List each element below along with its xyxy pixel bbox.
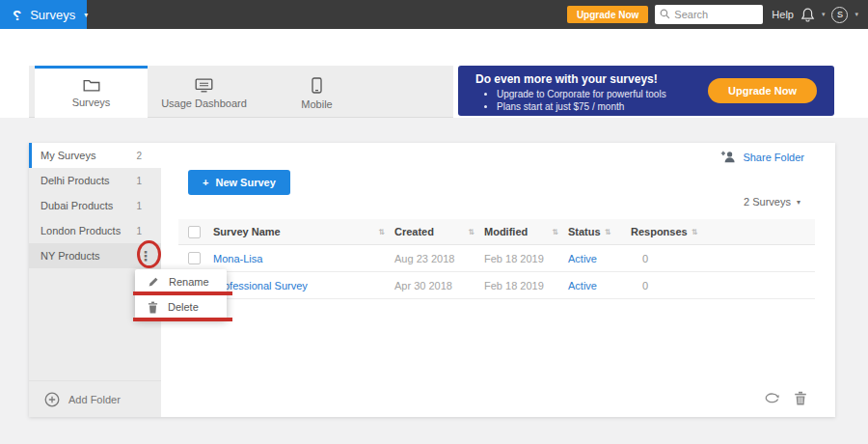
chevron-down-icon: ▾ <box>84 11 88 19</box>
created-cell: Aug 23 2018 <box>394 253 484 264</box>
new-survey-label: New Survey <box>215 177 275 188</box>
menu-item-delete[interactable]: Delete <box>135 294 227 319</box>
survey-name-link[interactable]: Professional Survey <box>213 280 394 291</box>
row-checkbox[interactable] <box>188 252 201 264</box>
created-cell: Apr 30 2018 <box>394 280 484 291</box>
trash-icon <box>148 301 158 314</box>
search-icon <box>660 9 670 19</box>
tab-label: Mobile <box>301 98 332 110</box>
chevron-down-icon[interactable]: ▾ <box>854 11 858 18</box>
share-folder-icon <box>720 151 736 163</box>
proprofs-logo-icon: ? <box>13 7 21 23</box>
status-cell[interactable]: Active <box>568 280 618 291</box>
folder-label: Dubai Products <box>41 200 113 211</box>
rename-label: Rename <box>169 276 209 288</box>
trash-icon[interactable] <box>794 391 807 405</box>
tab-label: Surveys <box>72 97 111 108</box>
chevron-down-icon: ▾ <box>797 198 800 207</box>
select-all-checkbox[interactable] <box>188 226 201 238</box>
restore-icon[interactable] <box>764 392 780 404</box>
sidebar-item-my-surveys[interactable]: My Surveys 2 <box>29 143 161 168</box>
tab-usage-dashboard[interactable]: Usage Dashboard <box>148 66 260 118</box>
tab-strip: Surveys Usage Dashboard Mobile <box>29 66 453 118</box>
sort-icon[interactable]: ⇅ <box>378 228 385 236</box>
plus-circle-icon <box>44 392 60 407</box>
table-row: Mona-Lisa Aug 23 2018 Feb 18 2019 Active… <box>178 245 815 272</box>
header-responses[interactable]: Responses ⇅ <box>618 226 672 237</box>
modified-cell: Feb 18 2019 <box>484 253 568 264</box>
header-survey-name[interactable]: Survey Name ⇅ <box>213 226 394 237</box>
banner-bullet: Plans start at just $75 / month <box>497 100 666 113</box>
folder-label: London Products <box>41 225 121 236</box>
header-created[interactable]: Created ⇅ <box>394 226 484 237</box>
kebab-menu-icon[interactable]: ⋮ <box>139 247 152 264</box>
menu-item-rename[interactable]: Rename <box>135 269 227 294</box>
sidebar-item-london-products[interactable]: London Products 1 <box>29 218 161 243</box>
new-survey-button[interactable]: + New Survey <box>188 170 290 195</box>
sidebar-item-ny-products[interactable]: NY Products ⋮ <box>29 243 161 268</box>
pencil-icon <box>148 276 159 288</box>
header-status[interactable]: Status ⇅ <box>568 226 618 237</box>
sidebar-item-dubai-products[interactable]: Dubai Products 1 <box>29 193 161 218</box>
add-folder-label: Add Folder <box>68 394 121 405</box>
surveys-count-label: 2 Surveys <box>744 196 791 208</box>
header-modified[interactable]: Modified ⇅ <box>484 226 568 237</box>
tab-label: Usage Dashboard <box>161 97 247 109</box>
folder-count: 1 <box>136 176 142 186</box>
sort-icon[interactable]: ⇅ <box>552 228 558 236</box>
help-link[interactable]: Help <box>772 9 794 20</box>
folder-label: NY Products <box>41 250 100 262</box>
topbar: ? Surveys ▾ Upgrade Now Help ▾ S ▾ <box>0 0 868 29</box>
surveys-count-dropdown[interactable]: 2 Surveys ▾ <box>744 196 800 208</box>
tab-mobile[interactable]: Mobile <box>260 66 373 118</box>
tab-surveys[interactable]: Surveys <box>35 66 148 118</box>
delete-label: Delete <box>168 301 199 313</box>
folder-count: 2 <box>136 151 142 161</box>
search-box[interactable] <box>655 5 763 24</box>
upgrade-now-button[interactable]: Upgrade Now <box>567 6 648 23</box>
sort-icon[interactable]: ⇅ <box>468 228 475 236</box>
sort-icon[interactable]: ⇅ <box>692 228 698 236</box>
folder-count: 1 <box>136 201 142 211</box>
add-folder-button[interactable]: Add Folder <box>29 380 161 417</box>
modified-cell: Feb 18 2019 <box>484 280 568 291</box>
folder-label: Delhi Products <box>41 175 110 186</box>
sidebar-item-delhi-products[interactable]: Delhi Products 1 <box>29 168 161 193</box>
share-folder-label: Share Folder <box>743 152 804 163</box>
share-folder-button[interactable]: Share Folder <box>720 151 804 163</box>
responses-cell: 0 <box>618 253 672 264</box>
avatar[interactable]: S <box>831 7 848 23</box>
app-switcher[interactable]: ? Surveys ▾ <box>0 0 87 29</box>
folder-count: 1 <box>136 226 142 236</box>
folder-label: My Surveys <box>41 150 95 161</box>
mobile-icon <box>312 77 322 94</box>
banner-upgrade-button[interactable]: Upgrade Now <box>708 78 817 103</box>
banner-title: Do even more with your surveys! <box>475 72 658 86</box>
main-content: Share Folder + New Survey 2 Surveys ▾ Su… <box>161 143 835 417</box>
dashboard-icon <box>195 78 213 93</box>
surveys-table: Survey Name ⇅ Created ⇅ Modified ⇅ Statu… <box>178 219 815 299</box>
folder-context-menu: Rename Delete <box>135 269 227 319</box>
status-cell[interactable]: Active <box>568 253 618 264</box>
promo-banner: Do even more with your surveys! Upgrade … <box>458 66 834 116</box>
plus-icon: + <box>203 177 208 188</box>
folder-icon <box>83 78 100 92</box>
product-name: Surveys <box>30 8 75 22</box>
table-row: Professional Survey Apr 30 2018 Feb 18 2… <box>178 272 815 299</box>
notifications-bell-icon[interactable] <box>800 7 815 22</box>
sort-icon[interactable]: ⇅ <box>605 228 611 236</box>
footer-actions <box>764 391 807 405</box>
responses-cell: 0 <box>618 280 672 291</box>
chevron-down-icon[interactable]: ▾ <box>822 11 826 18</box>
survey-name-link[interactable]: Mona-Lisa <box>213 253 394 264</box>
banner-bullet: Upgrade to Corporate for powerful tools <box>497 88 666 100</box>
table-header-row: Survey Name ⇅ Created ⇅ Modified ⇅ Statu… <box>178 219 815 245</box>
search-input[interactable] <box>674 5 759 24</box>
